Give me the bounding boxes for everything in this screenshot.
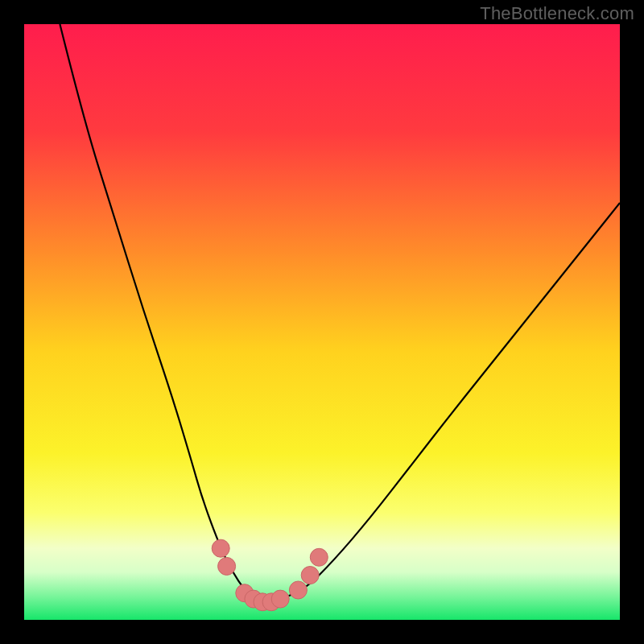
- curve-marker: [271, 590, 289, 608]
- curve-marker: [218, 557, 236, 575]
- curve-marker: [212, 539, 229, 557]
- curve-marker: [289, 581, 307, 599]
- chart-frame: TheBottleneck.com: [0, 0, 644, 644]
- curve-marker: [310, 548, 328, 566]
- plot-area: [24, 24, 620, 620]
- bottleneck-chart: [24, 24, 620, 620]
- watermark-label: TheBottleneck.com: [480, 3, 634, 24]
- curve-marker: [301, 567, 319, 584]
- gradient-background: [24, 24, 620, 620]
